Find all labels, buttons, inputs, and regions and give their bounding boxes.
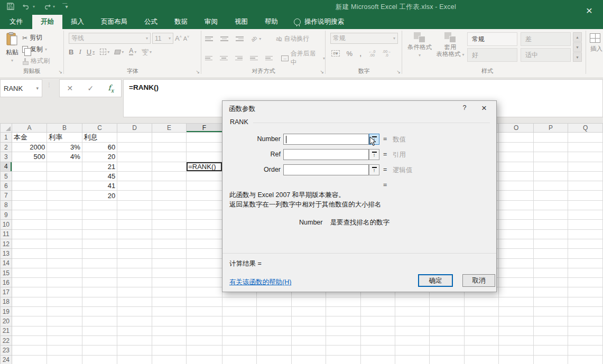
row-header-2[interactable]: 2 <box>1 143 12 152</box>
cell-O19[interactable] <box>499 307 534 316</box>
cell-B1[interactable]: 利率 <box>47 133 82 143</box>
tab-文件[interactable]: 文件 <box>0 15 32 29</box>
row-header-10[interactable]: 10 <box>1 220 12 229</box>
cell-Q11[interactable] <box>568 229 603 239</box>
cell-O12[interactable] <box>499 239 534 248</box>
cell-C4[interactable]: 21 <box>82 162 117 171</box>
cell-E8[interactable] <box>152 200 186 210</box>
cell-D9[interactable] <box>117 210 152 220</box>
row-header-9[interactable]: 9 <box>1 210 12 220</box>
cell-F13[interactable] <box>187 249 222 258</box>
cell-E3[interactable] <box>152 152 186 162</box>
cell-F1[interactable] <box>187 133 222 143</box>
cell-Q21[interactable] <box>568 326 603 335</box>
underline-button[interactable]: U▾ <box>87 48 95 56</box>
cell-E5[interactable] <box>152 171 186 181</box>
cell-O1[interactable] <box>499 133 534 143</box>
cell-B2[interactable]: 3% <box>47 143 82 152</box>
comma-style-icon[interactable]: , <box>359 49 361 58</box>
cell-B19[interactable] <box>47 307 82 316</box>
cell-H21[interactable] <box>257 326 291 335</box>
confirm-entry-icon[interactable]: ✓ <box>88 84 94 92</box>
font-dialog-launcher-icon[interactable]: ↘ <box>196 69 200 74</box>
cell-J22[interactable] <box>326 335 360 345</box>
collapse-dialog-button-Ref[interactable]: ↑ <box>369 149 379 160</box>
cell-C14[interactable] <box>82 258 117 268</box>
redo-icon[interactable] <box>42 2 51 11</box>
cell-A13[interactable] <box>12 249 47 258</box>
cell-E11[interactable] <box>152 229 186 239</box>
cell-C13[interactable] <box>82 249 117 258</box>
cell-B9[interactable] <box>47 210 82 220</box>
cell-Q23[interactable] <box>568 346 603 355</box>
cell-J19[interactable] <box>326 307 360 316</box>
cell-F2[interactable] <box>187 143 222 152</box>
cell-O8[interactable] <box>499 200 534 210</box>
customize-quick-access-icon[interactable]: ▾— <box>62 2 71 11</box>
cell-P10[interactable] <box>533 220 568 229</box>
insert-function-icon[interactable]: fx <box>108 83 114 94</box>
row-header-15[interactable]: 15 <box>1 268 12 277</box>
cell-B3[interactable]: 4% <box>47 152 82 162</box>
cell-I23[interactable] <box>291 346 326 355</box>
cell-E16[interactable] <box>152 278 186 287</box>
cell-H24[interactable] <box>257 355 291 364</box>
cell-style-chip[interactable]: 常规 <box>467 32 517 46</box>
cell-F18[interactable] <box>187 297 222 306</box>
cell-H20[interactable] <box>257 316 291 326</box>
cell-F15[interactable] <box>187 268 222 277</box>
row-header-17[interactable]: 17 <box>1 287 12 297</box>
cell-F3[interactable] <box>187 152 222 162</box>
cell-D16[interactable] <box>117 278 152 287</box>
cell-C9[interactable] <box>82 210 117 220</box>
cell-I24[interactable] <box>291 355 326 364</box>
cell-C8[interactable] <box>82 200 117 210</box>
cell-A6[interactable] <box>12 181 47 191</box>
cell-Q20[interactable] <box>568 316 603 326</box>
cell-C5[interactable]: 45 <box>82 171 117 181</box>
row-header-12[interactable]: 12 <box>1 239 12 248</box>
cell-A18[interactable] <box>12 297 47 306</box>
cell-P18[interactable] <box>533 297 568 306</box>
argument-input-Ref[interactable] <box>283 149 369 160</box>
cell-D12[interactable] <box>117 239 152 248</box>
cell-B24[interactable] <box>47 355 82 364</box>
cell-A5[interactable] <box>12 171 47 181</box>
cell-Q4[interactable] <box>568 162 603 171</box>
cell-P2[interactable] <box>533 143 568 152</box>
cell-G24[interactable] <box>222 355 257 364</box>
cell-O17[interactable] <box>499 287 534 297</box>
cell-E14[interactable] <box>152 258 186 268</box>
cell-F19[interactable] <box>187 307 222 316</box>
argument-input-Number[interactable] <box>283 134 369 145</box>
cell-P23[interactable] <box>533 346 568 355</box>
undo-icon[interactable] <box>22 2 31 11</box>
cell-P1[interactable] <box>533 133 568 143</box>
cell-J21[interactable] <box>326 326 360 335</box>
cell-D19[interactable] <box>117 307 152 316</box>
cell-E20[interactable] <box>152 316 186 326</box>
cell-Q12[interactable] <box>568 239 603 248</box>
cell-O14[interactable] <box>499 258 534 268</box>
cell-N24[interactable] <box>464 355 498 364</box>
cell-B14[interactable] <box>47 258 82 268</box>
merge-center-button[interactable]: ↔合并后居中▾ <box>281 49 325 67</box>
cell-E13[interactable] <box>152 249 186 258</box>
cell-style-chip[interactable]: 差 <box>521 32 571 46</box>
cell-O6[interactable] <box>499 181 534 191</box>
tell-me-search[interactable]: 操作说明搜索 <box>294 15 344 29</box>
cell-E22[interactable] <box>152 335 186 345</box>
cell-I18[interactable] <box>291 297 326 306</box>
cell-O9[interactable] <box>499 210 534 220</box>
format-as-table-button[interactable]: 套用表格格式 ▾ <box>435 32 465 58</box>
number-format-select[interactable]: 常规▾ <box>330 33 398 44</box>
cell-G23[interactable] <box>222 346 257 355</box>
cell-B16[interactable] <box>47 278 82 287</box>
cell-D4[interactable] <box>117 162 152 171</box>
cell-N21[interactable] <box>464 326 498 335</box>
cell-B20[interactable] <box>47 316 82 326</box>
cell-J18[interactable] <box>326 297 360 306</box>
cell-E12[interactable] <box>152 239 186 248</box>
align-left-icon[interactable] <box>205 56 212 61</box>
cell-O13[interactable] <box>499 249 534 258</box>
